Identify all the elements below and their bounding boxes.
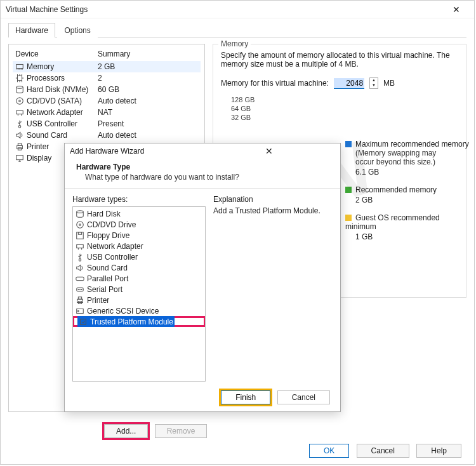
settings-window: Virtual Machine Settings ✕ Hardware Opti… <box>0 0 475 465</box>
hardware-type-item[interactable]: Trusted Platform Module <box>77 316 175 327</box>
hardware-type-item[interactable]: Serial Port <box>74 284 204 295</box>
svg-point-21 <box>80 289 81 290</box>
device-row[interactable]: USB ControllerPresent <box>13 118 201 130</box>
memory-legend-items: Maximum recommended memory (Memory swapp… <box>345 140 472 250</box>
finish-button[interactable]: Finish <box>221 390 270 404</box>
svg-rect-28 <box>81 319 86 324</box>
hardware-type-label: CD/DVD Drive <box>87 220 136 229</box>
hardware-icon <box>76 274 84 283</box>
device-name: USB Controller <box>27 119 77 128</box>
device-icon <box>15 131 24 140</box>
device-row[interactable]: Sound CardAuto detect <box>13 130 201 141</box>
hardware-icon <box>76 263 84 272</box>
svg-point-27 <box>78 310 79 312</box>
explanation-label: Explanation <box>213 195 333 204</box>
hardware-type-item[interactable]: Parallel Port <box>74 273 204 284</box>
memory-spinner[interactable]: ▲▼ <box>369 77 378 89</box>
svg-point-4 <box>19 100 21 102</box>
svg-point-2 <box>17 86 23 89</box>
svg-point-22 <box>81 289 82 290</box>
svg-rect-24 <box>78 296 81 299</box>
dialog-footer: OK Cancel Help <box>307 444 464 458</box>
svg-point-20 <box>78 289 79 290</box>
hardware-type-item[interactable]: Printer <box>74 295 204 305</box>
svg-rect-10 <box>17 156 23 160</box>
wizard-titlebar: Add Hardware Wizard ✕ <box>65 143 340 159</box>
hardware-type-item[interactable]: USB Controller <box>74 251 204 262</box>
wizard-title: Add Hardware Wizard <box>70 147 202 156</box>
hardware-type-item[interactable]: Sound Card <box>74 262 204 273</box>
remove-button[interactable]: Remove <box>155 424 208 438</box>
device-row[interactable]: Network AdapterNAT <box>13 107 201 118</box>
device-row[interactable]: Memory2 GB <box>13 61 201 72</box>
device-summary: 2 <box>98 74 102 83</box>
hardware-type-label: Trusted Platform Module <box>90 317 173 326</box>
device-name: Display <box>27 154 51 163</box>
svg-point-3 <box>17 98 23 105</box>
device-row[interactable]: CD/DVD (SATA)Auto detect <box>13 95 201 107</box>
add-button[interactable]: Add... <box>104 424 148 438</box>
hardware-icon <box>76 210 84 218</box>
help-button[interactable]: Help <box>416 444 461 458</box>
hardware-type-item[interactable]: Floppy Drive <box>74 230 204 241</box>
device-summary: 2 GB <box>98 62 115 71</box>
hardware-type-label: Hard Disk <box>87 210 121 218</box>
device-name: Network Adapter <box>27 108 83 117</box>
window-title: Virtual Machine Settings <box>6 5 444 14</box>
device-icon <box>15 119 24 128</box>
hardware-icon <box>79 317 88 326</box>
svg-rect-15 <box>78 232 81 234</box>
memory-legend: Memory <box>218 39 251 48</box>
device-name: Sound Card <box>27 131 67 140</box>
device-icon <box>15 154 24 163</box>
memory-input[interactable] <box>334 78 364 89</box>
wizard-cancel-button[interactable]: Cancel <box>277 390 330 404</box>
tabs: Hardware Options <box>1 18 474 37</box>
device-icon <box>15 62 24 71</box>
hardware-icon <box>76 253 84 262</box>
hardware-type-item[interactable]: Network Adapter <box>74 241 204 251</box>
cancel-button[interactable]: Cancel <box>357 444 409 458</box>
memory-desc: Specify the amount of memory allocated t… <box>221 51 458 69</box>
wizard-subheading: What type of hardware do you want to ins… <box>85 173 329 182</box>
titlebar: Virtual Machine Settings ✕ <box>1 1 474 18</box>
svg-rect-5 <box>17 110 23 114</box>
device-summary: 60 GB <box>98 85 119 94</box>
hardware-type-item[interactable]: CD/DVD Drive <box>74 219 204 230</box>
svg-rect-8 <box>18 143 21 146</box>
tab-hardware[interactable]: Hardware <box>8 23 55 37</box>
memory-unit: MB <box>383 79 395 88</box>
device-summary: Present <box>98 119 124 128</box>
hardware-types-label: Hardware types: <box>72 195 206 204</box>
ok-button[interactable]: OK <box>309 444 349 458</box>
device-name: Memory <box>27 62 54 71</box>
hardware-type-label: Parallel Port <box>87 274 128 283</box>
device-name: Processors <box>27 74 65 83</box>
hardware-icon <box>76 296 84 305</box>
col-device: Device <box>15 50 98 58</box>
hardware-icon <box>76 220 84 229</box>
close-icon[interactable]: ✕ <box>444 4 469 15</box>
svg-rect-18 <box>76 277 84 280</box>
hardware-types-list[interactable]: Hard DiskCD/DVD DriveFloppy DriveNetwork… <box>72 206 206 382</box>
svg-point-13 <box>79 223 81 225</box>
hardware-type-item[interactable]: Generic SCSI Device <box>74 305 204 316</box>
hardware-type-label: Network Adapter <box>87 242 143 251</box>
device-icon <box>15 85 24 94</box>
hardware-type-item[interactable]: Hard Disk <box>74 208 204 219</box>
square-icon <box>345 141 352 147</box>
device-row[interactable]: Processors2 <box>13 72 201 84</box>
svg-point-17 <box>79 258 81 261</box>
hardware-type-label: Printer <box>87 296 109 305</box>
hardware-type-label: Serial Port <box>87 285 122 294</box>
device-row[interactable]: Hard Disk (NVMe)60 GB <box>13 84 201 95</box>
hardware-icon <box>76 285 84 294</box>
close-icon[interactable]: ✕ <box>202 146 335 156</box>
svg-rect-14 <box>77 232 84 239</box>
tab-options[interactable]: Options <box>57 23 97 38</box>
hardware-icon <box>76 307 84 316</box>
hardware-type-label: Sound Card <box>87 263 128 272</box>
device-list-header: Device Summary <box>13 48 201 60</box>
wizard-heading: Hardware Type <box>76 163 329 171</box>
add-hardware-wizard: Add Hardware Wizard ✕ Hardware Type What… <box>64 143 341 412</box>
